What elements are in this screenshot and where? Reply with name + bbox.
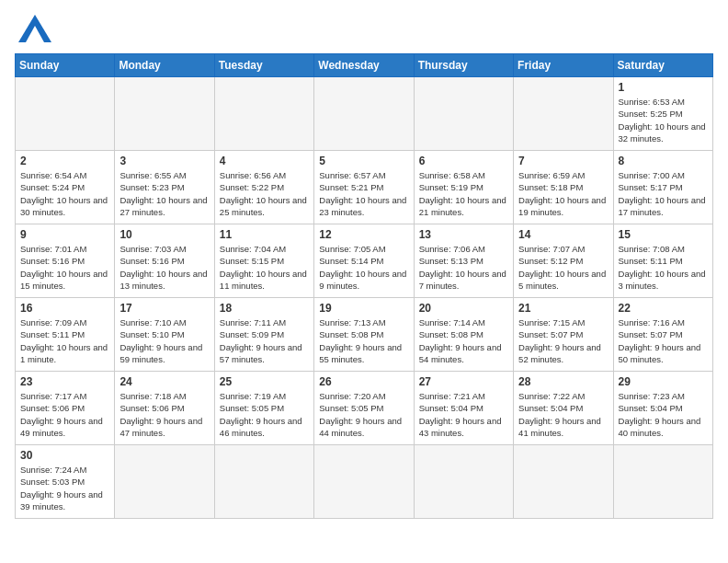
day-number: 24 [119, 375, 209, 388]
calendar-cell: 3Sunrise: 6:55 AM Sunset: 5:23 PM Daylig… [115, 151, 214, 224]
calendar-cell [314, 445, 414, 519]
calendar-cell: 24Sunrise: 7:18 AM Sunset: 5:06 PM Dayli… [115, 372, 214, 445]
weekday-header-sunday: Sunday [16, 54, 115, 77]
calendar-week-row: 23Sunrise: 7:17 AM Sunset: 5:06 PM Dayli… [16, 372, 713, 445]
day-number: 28 [518, 375, 608, 388]
day-info: Sunrise: 7:17 AM Sunset: 5:06 PM Dayligh… [20, 390, 109, 439]
calendar-cell: 6Sunrise: 6:58 AM Sunset: 5:19 PM Daylig… [414, 151, 513, 224]
day-info: Sunrise: 6:56 AM Sunset: 5:22 PM Dayligh… [220, 169, 309, 218]
day-info: Sunrise: 7:10 AM Sunset: 5:10 PM Dayligh… [119, 316, 209, 365]
weekday-header-row: SundayMondayTuesdayWednesdayThursdayFrid… [16, 54, 713, 77]
calendar-cell [115, 77, 214, 151]
day-number: 2 [20, 155, 109, 167]
calendar-cell: 15Sunrise: 7:08 AM Sunset: 5:11 PM Dayli… [613, 224, 712, 298]
calendar-cell: 4Sunrise: 6:56 AM Sunset: 5:22 PM Daylig… [214, 151, 313, 224]
calendar-cell: 25Sunrise: 7:19 AM Sunset: 5:05 PM Dayli… [214, 372, 313, 445]
calendar-table: SundayMondayTuesdayWednesdayThursdayFrid… [15, 53, 713, 519]
day-number: 10 [119, 228, 209, 241]
calendar-cell [613, 445, 712, 519]
logo-icon [18, 15, 51, 42]
day-number: 6 [419, 155, 508, 167]
day-number: 3 [119, 155, 209, 167]
calendar-cell: 22Sunrise: 7:16 AM Sunset: 5:07 PM Dayli… [613, 298, 712, 372]
day-number: 25 [220, 375, 309, 388]
day-number: 15 [619, 228, 708, 241]
calendar-cell: 29Sunrise: 7:23 AM Sunset: 5:04 PM Dayli… [613, 372, 712, 445]
day-info: Sunrise: 7:14 AM Sunset: 5:08 PM Dayligh… [419, 316, 508, 365]
calendar-cell: 9Sunrise: 7:01 AM Sunset: 5:16 PM Daylig… [16, 224, 115, 298]
day-info: Sunrise: 6:55 AM Sunset: 5:23 PM Dayligh… [119, 169, 209, 218]
day-number: 12 [319, 228, 408, 241]
calendar-cell: 13Sunrise: 7:06 AM Sunset: 5:13 PM Dayli… [414, 224, 513, 298]
calendar-cell: 20Sunrise: 7:14 AM Sunset: 5:08 PM Dayli… [414, 298, 513, 372]
calendar-cell: 1Sunrise: 6:53 AM Sunset: 5:25 PM Daylig… [613, 77, 712, 151]
day-info: Sunrise: 7:20 AM Sunset: 5:05 PM Dayligh… [319, 390, 408, 439]
day-number: 21 [518, 302, 608, 315]
calendar-week-row: 30Sunrise: 7:24 AM Sunset: 5:03 PM Dayli… [16, 445, 713, 519]
day-info: Sunrise: 7:16 AM Sunset: 5:07 PM Dayligh… [619, 316, 708, 365]
day-number: 23 [20, 375, 109, 388]
day-info: Sunrise: 6:53 AM Sunset: 5:25 PM Dayligh… [619, 96, 708, 144]
day-number: 9 [20, 228, 109, 241]
day-info: Sunrise: 6:58 AM Sunset: 5:19 PM Dayligh… [419, 169, 508, 218]
calendar-cell [514, 445, 613, 519]
calendar-cell: 11Sunrise: 7:04 AM Sunset: 5:15 PM Dayli… [214, 224, 313, 298]
day-number: 4 [220, 155, 309, 167]
calendar-cell [115, 445, 214, 519]
day-info: Sunrise: 7:24 AM Sunset: 5:03 PM Dayligh… [20, 464, 109, 512]
day-info: Sunrise: 7:21 AM Sunset: 5:04 PM Dayligh… [419, 390, 508, 439]
calendar-cell: 7Sunrise: 6:59 AM Sunset: 5:18 PM Daylig… [514, 151, 613, 224]
calendar-cell [16, 77, 115, 151]
calendar-cell: 23Sunrise: 7:17 AM Sunset: 5:06 PM Dayli… [16, 372, 115, 445]
day-info: Sunrise: 7:13 AM Sunset: 5:08 PM Dayligh… [319, 316, 408, 365]
day-number: 22 [619, 302, 708, 315]
day-number: 29 [619, 375, 708, 388]
page-header [15, 15, 713, 42]
day-number: 27 [419, 375, 508, 388]
day-number: 13 [419, 228, 508, 241]
day-info: Sunrise: 7:22 AM Sunset: 5:04 PM Dayligh… [518, 390, 608, 439]
weekday-header-wednesday: Wednesday [314, 54, 414, 77]
day-info: Sunrise: 7:06 AM Sunset: 5:13 PM Dayligh… [419, 243, 508, 292]
day-number: 16 [20, 302, 109, 315]
day-info: Sunrise: 7:19 AM Sunset: 5:05 PM Dayligh… [220, 390, 309, 439]
logo [15, 15, 51, 42]
calendar-cell: 18Sunrise: 7:11 AM Sunset: 5:09 PM Dayli… [214, 298, 313, 372]
calendar-cell: 21Sunrise: 7:15 AM Sunset: 5:07 PM Dayli… [514, 298, 613, 372]
calendar-cell [514, 77, 613, 151]
calendar-cell [214, 445, 313, 519]
calendar-cell: 16Sunrise: 7:09 AM Sunset: 5:11 PM Dayli… [16, 298, 115, 372]
calendar-cell [314, 77, 414, 151]
calendar-week-row: 2Sunrise: 6:54 AM Sunset: 5:24 PM Daylig… [16, 151, 713, 224]
day-number: 26 [319, 375, 408, 388]
day-number: 11 [220, 228, 309, 241]
day-number: 30 [20, 449, 109, 462]
calendar-cell [414, 445, 513, 519]
weekday-header-saturday: Saturday [613, 54, 712, 77]
day-info: Sunrise: 7:11 AM Sunset: 5:09 PM Dayligh… [220, 316, 309, 365]
day-number: 8 [619, 155, 708, 167]
day-info: Sunrise: 6:54 AM Sunset: 5:24 PM Dayligh… [20, 169, 109, 218]
weekday-header-tuesday: Tuesday [214, 54, 313, 77]
calendar-cell: 17Sunrise: 7:10 AM Sunset: 5:10 PM Dayli… [115, 298, 214, 372]
calendar-cell [214, 77, 313, 151]
calendar-cell: 12Sunrise: 7:05 AM Sunset: 5:14 PM Dayli… [314, 224, 414, 298]
day-info: Sunrise: 7:15 AM Sunset: 5:07 PM Dayligh… [518, 316, 608, 365]
day-number: 17 [119, 302, 209, 315]
calendar-cell: 5Sunrise: 6:57 AM Sunset: 5:21 PM Daylig… [314, 151, 414, 224]
day-info: Sunrise: 7:01 AM Sunset: 5:16 PM Dayligh… [20, 243, 109, 292]
weekday-header-monday: Monday [115, 54, 214, 77]
day-info: Sunrise: 7:04 AM Sunset: 5:15 PM Dayligh… [220, 243, 309, 292]
calendar-cell: 26Sunrise: 7:20 AM Sunset: 5:05 PM Dayli… [314, 372, 414, 445]
day-info: Sunrise: 7:05 AM Sunset: 5:14 PM Dayligh… [319, 243, 408, 292]
day-info: Sunrise: 7:07 AM Sunset: 5:12 PM Dayligh… [518, 243, 608, 292]
day-info: Sunrise: 7:00 AM Sunset: 5:17 PM Dayligh… [619, 169, 708, 218]
calendar-week-row: 1Sunrise: 6:53 AM Sunset: 5:25 PM Daylig… [16, 77, 713, 151]
day-number: 5 [319, 155, 408, 167]
day-number: 14 [518, 228, 608, 241]
calendar-week-row: 16Sunrise: 7:09 AM Sunset: 5:11 PM Dayli… [16, 298, 713, 372]
calendar-cell: 19Sunrise: 7:13 AM Sunset: 5:08 PM Dayli… [314, 298, 414, 372]
day-number: 7 [518, 155, 608, 167]
calendar-cell: 30Sunrise: 7:24 AM Sunset: 5:03 PM Dayli… [16, 445, 115, 519]
calendar-cell: 8Sunrise: 7:00 AM Sunset: 5:17 PM Daylig… [613, 151, 712, 224]
